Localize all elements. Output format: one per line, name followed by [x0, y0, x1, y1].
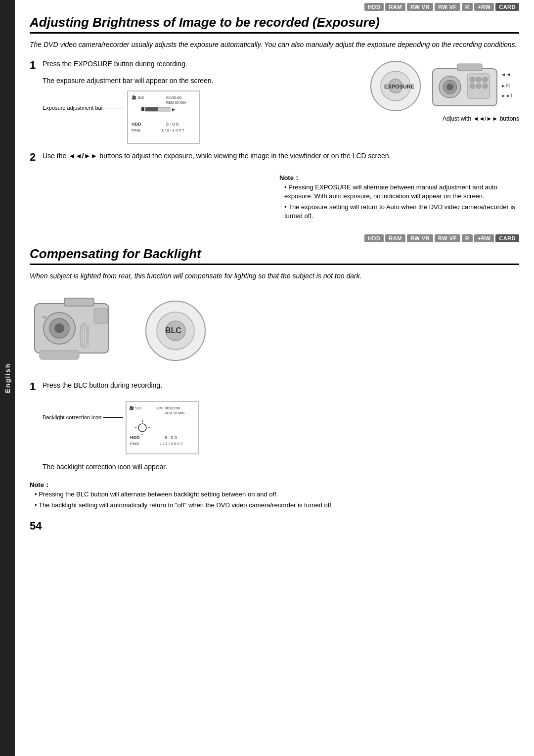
section1-note-area: Note： Pressing EXPOSURE will alternate b…: [30, 170, 519, 222]
svg-text:REM 30 MIN: REM 30 MIN: [165, 411, 184, 415]
section2-note-item-0: Pressing the BLC button will alternate b…: [35, 490, 519, 499]
main-content: HDD RAM RW VR RW VF R +RW CARD Adjusting…: [15, 0, 534, 552]
media-tag-ram: RAM: [385, 3, 405, 11]
svg-rect-44: [42, 316, 46, 318]
step1-row: 1 Press the EXPOSURE button during recor…: [30, 59, 519, 146]
svg-text:🎥 S/S: 🎥 S/S: [129, 405, 141, 410]
s2-subtext: The backlight correction icon will appea…: [30, 462, 519, 472]
svg-text:00:00:00: 00:00:00: [165, 406, 180, 410]
svg-rect-6: [145, 107, 158, 111]
exposure-screen-mockup: 🎥 S/S 00:00:00 REM 30 MIN ▶ HDD FINE 8 :…: [127, 90, 201, 146]
s2-media-tag-plusrw: +RW: [474, 234, 494, 242]
media-tag-plusrw: +RW: [474, 3, 494, 11]
step1-number: 1: [30, 59, 39, 72]
svg-text:REM 30 MIN: REM 30 MIN: [166, 101, 186, 104]
step1-right-diagram: EXPOSURE: [361, 59, 519, 122]
blc-screen-area: Backlight correction icon 🎥 S/S CM 00:00…: [30, 400, 519, 455]
svg-rect-41: [64, 298, 94, 306]
section2-note-title: Note：: [30, 481, 50, 489]
section1-note-item-1: The exposure setting will return to Auto…: [284, 203, 519, 221]
step1-subtext: The exposure adjustment bar will appear …: [30, 76, 351, 86]
s2-media-tag-r: R: [462, 234, 473, 242]
svg-point-23: [483, 77, 488, 82]
media-tag-card: CARD: [495, 3, 519, 11]
svg-text:CM: CM: [157, 406, 163, 410]
media-tag-hdd: HDD: [364, 3, 384, 11]
media-tag-rwvr: RW VR: [407, 3, 433, 11]
svg-point-34: [54, 323, 64, 333]
camera-body-svg: ◄◄ ►/II ►►I: [428, 59, 512, 113]
s2-media-tag-card: CARD: [495, 234, 519, 242]
blc-annotation: Backlight correction icon: [43, 414, 125, 420]
media-bar-section1: HDD RAM RW VR RW VF R +RW CARD: [30, 0, 519, 13]
svg-point-22: [476, 77, 481, 82]
svg-text:1 / 3 / 2 0 0 7: 1 / 3 / 2 0 0 7: [161, 128, 184, 133]
page-number: 54: [30, 520, 519, 533]
step1-left: 1 Press the EXPOSURE button during recor…: [30, 59, 351, 146]
svg-text:00:00:00: 00:00:00: [166, 95, 182, 100]
camera-group-exposure: EXPOSURE: [368, 59, 512, 113]
svg-text:FINE: FINE: [130, 442, 139, 446]
section1-note-spacer: [30, 170, 269, 222]
sidebar-label: English: [4, 363, 11, 393]
svg-point-26: [483, 84, 488, 89]
s2-media-tag-rwvf: RW VF: [435, 234, 460, 242]
svg-text:▶: ▶: [172, 107, 176, 112]
annotation-label-exposure: Exposure adjustment bar: [43, 105, 103, 111]
blc-disc-svg: BLC: [143, 299, 208, 363]
svg-text:8 : 0 0: 8 : 0 0: [166, 122, 178, 127]
annotation-label-blc: Backlight correction icon: [43, 414, 101, 420]
svg-point-25: [476, 84, 481, 89]
section2-note: Note： Pressing the BLC button will alter…: [30, 480, 519, 510]
blc-screen-svg: 🎥 S/S CM 00:00:00 REM 30 MIN HDD FINE 8 …: [125, 400, 199, 455]
section2-intro: When subject is lighted from rear, this …: [30, 271, 519, 281]
section1-note: Note： Pressing EXPOSURE will alternate b…: [279, 173, 519, 222]
svg-rect-30: [457, 64, 482, 71]
svg-text:HDD: HDD: [132, 122, 141, 127]
section1-note-list: Pressing EXPOSURE will alternate between…: [279, 183, 519, 221]
sidebar: English: [0, 0, 15, 756]
adjust-label: Adjust with ◄◄/►► buttons: [361, 115, 519, 122]
media-tag-rwvf: RW VF: [435, 3, 460, 11]
media-bar-section2: HDD RAM RW VR RW VF R +RW CARD: [30, 231, 519, 244]
svg-text:►►I: ►►I: [501, 93, 512, 98]
section1-title: Adjusting Brightness of Image to be reco…: [30, 15, 519, 34]
svg-point-19: [446, 84, 453, 90]
s2-media-tag-rwvr: RW VR: [407, 234, 433, 242]
s2-media-tag-ram: RAM: [385, 234, 405, 242]
svg-text:🎥 S/S: 🎥 S/S: [132, 95, 144, 100]
svg-point-24: [470, 84, 475, 89]
section2-title: Compensating for Backlight: [30, 246, 519, 265]
step2-row: 2 Use the ◄◄/►► buttons to adjust the ex…: [30, 151, 519, 165]
media-tag-r: R: [462, 3, 473, 11]
step1-text: Press the EXPOSURE button during recordi…: [43, 60, 187, 68]
svg-rect-4: [141, 107, 144, 111]
s2-step1-text: Press the BLC button during recording.: [43, 380, 162, 391]
svg-text:FINE: FINE: [132, 128, 140, 133]
s2-media-tag-hdd: HDD: [364, 234, 384, 242]
blc-diagram: BLC: [30, 291, 519, 370]
svg-text:►/II: ►/II: [501, 83, 510, 89]
exposure-disc-svg: EXPOSURE: [368, 59, 423, 113]
step1-annotation: Exposure adjustment bar: [43, 105, 127, 111]
svg-rect-42: [94, 309, 108, 323]
svg-text:EXPOSURE: EXPOSURE: [384, 84, 414, 89]
section2-note-item-1: The backlight setting will automatically…: [35, 501, 519, 510]
svg-text:1 / 3 / 2 0 0 7: 1 / 3 / 2 0 0 7: [160, 442, 183, 446]
svg-point-21: [470, 77, 475, 82]
step1-main-text: Press the EXPOSURE button during recordi…: [43, 59, 187, 72]
svg-text:HDD: HDD: [130, 435, 140, 440]
svg-rect-43: [40, 351, 79, 359]
blc-camera-svg: [30, 291, 129, 370]
section1-intro: The DVD video camera/recorder usually ad…: [30, 40, 519, 50]
svg-text:◄◄: ◄◄: [501, 72, 511, 77]
step2-number: 2: [30, 151, 39, 165]
section1-note-title: Note：: [279, 174, 300, 181]
svg-text:BLC: BLC: [165, 326, 181, 335]
section1-note-item-0: Pressing EXPOSURE will alternate between…: [284, 183, 519, 201]
svg-text:8 : 0 0: 8 : 0 0: [165, 435, 177, 440]
s2-step1-number: 1: [30, 380, 39, 395]
s2-step1-row: 1 Press the BLC button during recording.: [30, 380, 519, 395]
section2-note-list: Pressing the BLC button will alternate b…: [30, 490, 519, 510]
step2-text: Use the ◄◄/►► buttons to adjust the expo…: [43, 151, 391, 161]
